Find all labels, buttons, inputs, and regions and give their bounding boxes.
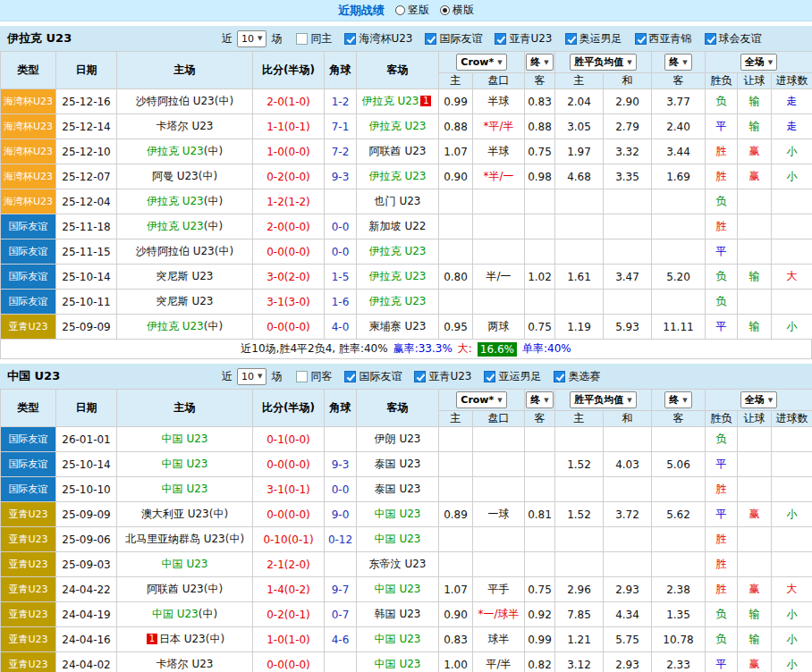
avg-select[interactable]: 胜平负均值▼ [570,54,636,71]
team-link[interactable]: 北马里亚纳群岛 U23 [125,533,225,545]
fulltime-select[interactable]: 全场▼ [740,391,777,408]
team-link[interactable]: 阿曼 U23 [152,170,199,182]
checkbox-icon [344,371,356,382]
team-link[interactable]: 韩国 U23 [375,608,421,620]
goals-result-cell [772,452,812,477]
team-link[interactable]: 中国 U23 [375,633,421,645]
home-team-cell: 伊拉克 U23(中) [117,139,253,164]
team-link[interactable]: 中国 U23 [375,658,421,670]
games-label: 场 [271,31,282,46]
filter-checkbox-0-4[interactable]: 奥运男足 [565,31,622,46]
team-link[interactable]: 中国 U23 [375,508,421,520]
page-title: 近期战绩 [338,3,385,19]
handicap-result-cell [738,452,772,477]
team-link[interactable]: 中国 U23 [162,433,208,445]
fulltime-select[interactable]: 全场▼ [740,54,777,71]
filter-checkbox-0-6[interactable]: 球会友谊 [705,31,762,46]
team-link[interactable]: 伊拉克 U23 [369,295,427,307]
radio-horizontal-label[interactable]: 横版 [453,3,474,18]
radio-vertical-icon[interactable] [395,5,405,15]
odds-company-select[interactable]: Crow*▼ [456,54,506,71]
col-odds-home: 主 [439,73,473,89]
team-link[interactable]: 泰国 U23 [375,483,421,495]
match-row: 国际友谊25-10-14中国 U230-0(0-0)9-3泰国 U231.524… [1,452,812,477]
handicap-result-cell [738,290,772,315]
team-link[interactable]: 伊拉克 U23 [362,95,419,107]
checkbox-icon [425,33,436,45]
team-link[interactable]: 突尼斯 U23 [156,270,214,282]
final-odds-select[interactable]: 终▼ [526,54,553,71]
final-avg-select[interactable]: 终▼ [664,54,691,71]
team-link[interactable]: 东帝汶 U23 [369,558,427,570]
team-link[interactable]: 泰国 U23 [375,458,421,470]
filter-checkbox-0-0[interactable]: 同主 [296,31,332,46]
col-home: 主场 [117,390,253,427]
team-link[interactable]: 中国 U23 [152,608,199,620]
filter-checkbox-1-4[interactable]: 奥选赛 [554,369,600,384]
team-link[interactable]: 日本 U23 [159,633,206,645]
team-link[interactable]: 阿联酋 U23 [369,145,427,157]
match-date-cell: 25-12-04 [56,189,117,214]
team-link[interactable]: 卡塔尔 U23 [156,658,214,670]
avg-draw-cell: 3.32 [604,139,652,164]
avg-away-cell: 10.78 [652,627,706,652]
filter-checkbox-0-2[interactable]: 国际友谊 [425,31,482,46]
goals-result-cell: 走 [772,114,812,139]
team-link[interactable]: 中国 U23 [375,583,421,595]
score-cell: 0-10(0-1) [253,527,325,552]
team-link[interactable]: 中国 U23 [162,558,208,570]
team-link[interactable]: 新加坡 U22 [369,220,427,232]
odds-away-cell [525,552,555,577]
chevron-down-icon: ▼ [682,59,687,66]
home-team-cell: 卡塔尔 U23 [117,652,253,672]
match-count-select[interactable]: 10▼ [237,368,266,385]
team-link[interactable]: 中国 U23 [162,483,208,495]
final-odds-select-value: 终 [530,55,540,69]
team-link[interactable]: 中国 U23 [375,533,421,545]
team-link[interactable]: 伊拉克 U23 [369,170,427,182]
team-link[interactable]: 卡塔尔 U23 [156,120,214,132]
team-link[interactable]: 柬埔寨 U23 [369,320,427,332]
team-link[interactable]: 伊拉克 U23 [369,245,427,257]
team-link[interactable]: 阿联酋 U23 [147,583,204,595]
team-link[interactable]: 伊拉克 U23 [369,120,427,132]
odds-home-cell [439,452,473,477]
team-link[interactable]: 伊拉克 U23 [147,220,204,232]
away-team-cell: 泰国 U23 [357,452,439,477]
filter-checkbox-0-3[interactable]: 亚青U23 [495,31,552,46]
team-link[interactable]: 突尼斯 U23 [156,295,214,307]
match-type-cell: 国际友谊 [1,427,56,452]
odds-company-select[interactable]: Crow*▼ [456,391,506,408]
radio-vertical-label[interactable]: 竖版 [408,3,429,18]
odds-home-cell: 0.88 [439,114,473,139]
team-link[interactable]: 伊拉克 U23 [147,195,204,207]
avg-select[interactable]: 胜平负均值▼ [570,391,636,408]
venue-tag: (中) [204,145,223,157]
avg-away-cell: 3.44 [652,139,706,164]
team-link[interactable]: 沙特阿拉伯 U23 [136,95,215,107]
team-link[interactable]: 伊拉克 U23 [147,145,204,157]
filter-checkbox-1-1[interactable]: 国际友谊 [344,369,402,384]
filter-checkbox-0-5[interactable]: 西亚青锦 [635,31,692,46]
col-avg-away: 客 [652,73,706,89]
team-link[interactable]: 伊拉克 U23 [369,270,427,282]
checkbox-label: 国际友谊 [439,31,482,46]
radio-horizontal-icon[interactable] [440,5,450,15]
final-avg-select[interactable]: 终▼ [664,391,691,408]
team-link[interactable]: 也门 U23 [375,195,421,207]
team-link[interactable]: 澳大利亚 U23 [141,508,209,520]
corner-cell: 1-2 [325,89,357,114]
filter-checkbox-1-0[interactable]: 同客 [296,369,332,384]
team-link[interactable]: 伊朗 U23 [375,433,421,445]
chevron-down-icon: ▼ [497,59,502,66]
filter-checkbox-1-3[interactable]: 亚运男足 [484,369,541,384]
filter-checkbox-1-2[interactable]: 亚青U23 [414,369,471,384]
team-link[interactable]: 中国 U23 [162,458,208,470]
team-link[interactable]: 沙特阿拉伯 U23 [136,245,215,257]
team-link[interactable]: 伊拉克 U23 [147,320,204,332]
final-odds-select[interactable]: 终▼ [526,391,553,408]
match-count-select[interactable]: 10▼ [237,30,266,47]
fulltime-header: 全场▼ [706,52,812,73]
home-team-cell: 北马里亚纳群岛 U23(中) [117,527,253,552]
filter-checkbox-0-1[interactable]: 海湾杯U23 [344,31,412,46]
